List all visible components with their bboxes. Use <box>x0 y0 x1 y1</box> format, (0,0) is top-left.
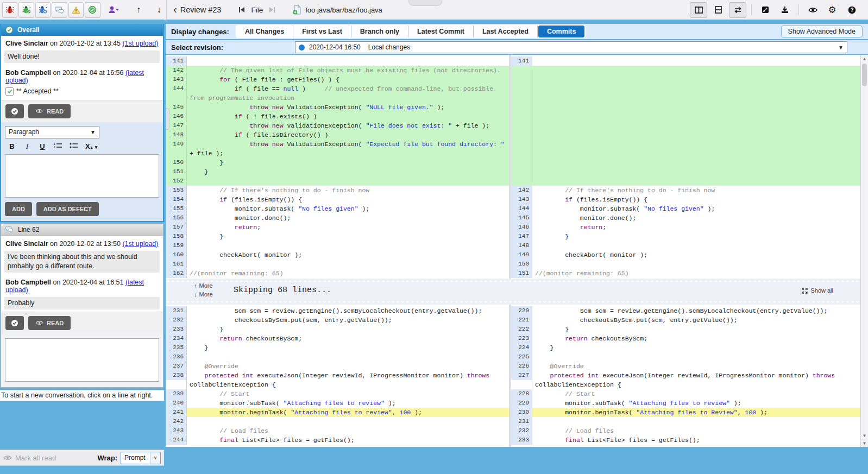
code-line[interactable]: 149 checkAbort( monitor ); <box>511 250 860 260</box>
help-icon[interactable]: ? <box>843 2 860 18</box>
code-line[interactable]: 155 monitor.subTask( "No files given" ); <box>166 204 509 213</box>
show-all-button[interactable]: Show all <box>802 287 833 294</box>
code-line[interactable]: 145 monitor.done(); <box>511 213 860 223</box>
code-line[interactable]: 229 monitor.subTask( "Attaching files to… <box>511 399 860 408</box>
code-line[interactable]: 142 // If there's nothing to do - finish… <box>511 186 860 195</box>
defect-new-icon[interactable] <box>35 2 51 18</box>
scroll-up-icon[interactable]: ▲ <box>861 55 868 62</box>
code-line[interactable]: 222 } <box>511 325 860 334</box>
tab-branch-only[interactable]: Branch only <box>351 26 408 37</box>
margin-marker[interactable] <box>166 108 169 130</box>
user-menu-icon[interactable] <box>106 3 121 17</box>
add-as-defect-button[interactable]: ADD AS DEFECT <box>36 202 99 216</box>
code-line[interactable]: 241 monitor.beginTask( "Attaching files … <box>166 408 509 417</box>
bullet-list-icon[interactable] <box>70 142 78 150</box>
read-button[interactable]: READ <box>28 316 71 330</box>
code-line[interactable]: 237 @Override <box>166 362 509 371</box>
code-line[interactable]: 159 <box>166 241 509 250</box>
unified-view-icon[interactable] <box>709 2 727 18</box>
code-line[interactable]: 149 throw new ValidationException( "Expe… <box>166 140 509 158</box>
vertical-scrollbar[interactable]: ▲ ▼ ▼ <box>860 55 868 447</box>
code-line[interactable]: 143 for ( File file : getFiles() ) { <box>166 75 509 84</box>
next-arrow-icon[interactable]: ↓ <box>152 3 166 17</box>
bold-icon[interactable]: B <box>8 142 16 150</box>
paragraph-style-select[interactable]: Paragraph ▼ <box>5 126 99 138</box>
code-line[interactable]: 221 checkoutsByScm.put(scm, entry.getVal… <box>511 315 860 325</box>
code-line[interactable]: 161 <box>166 260 509 269</box>
code-line[interactable]: 151 } <box>166 167 509 176</box>
defect-accepted-icon[interactable] <box>18 2 34 18</box>
code-line[interactable]: 144 if ( file == null ) // unexpected fr… <box>166 84 509 103</box>
overall-panel-header[interactable]: Overall <box>1 24 163 36</box>
code-line[interactable]: 160 checkAbort( monitor ); <box>166 250 509 260</box>
current-file[interactable]: foo java/bar/baz/foo.java <box>293 5 382 15</box>
approve-icon[interactable] <box>85 2 100 18</box>
code-line[interactable]: 238 protected int executeJson(Integer re… <box>166 371 509 389</box>
code-line[interactable]: 141 <box>511 56 860 66</box>
code-line[interactable]: 148 if ( file.isDirectory() ) <box>166 130 509 140</box>
code-line[interactable]: 235 } <box>166 343 509 352</box>
preview-eye-icon[interactable] <box>804 2 821 18</box>
code-line[interactable]: 156 monitor.done(); <box>166 213 509 223</box>
collapse-handle[interactable] <box>408 0 442 6</box>
first-file-icon[interactable] <box>238 7 246 13</box>
back-chevron-icon[interactable]: ‹ <box>173 4 177 15</box>
subscript-icon[interactable]: X₁ ▾ <box>85 142 97 150</box>
code-line[interactable]: 234 return checkoutsByScm; <box>166 334 509 343</box>
scroll-down-icon[interactable]: ▼ <box>861 432 868 439</box>
more-down-button[interactable]: ↓More <box>194 291 213 298</box>
overall-comment-input[interactable] <box>5 154 159 198</box>
line62-panel-header[interactable]: Line 62 <box>1 224 163 236</box>
revision-select[interactable]: 2020-12-04 16:50 Local changes ▼ <box>295 41 847 53</box>
code-line[interactable]: 148 <box>511 241 860 250</box>
code-line[interactable]: 228 // Start <box>511 389 860 399</box>
code-line[interactable]: 141 <box>166 56 509 66</box>
tab-all-changes[interactable]: All Changes <box>236 26 293 37</box>
code-line[interactable]: 150 } <box>166 158 509 167</box>
accepted-checkbox-icon[interactable] <box>5 87 14 96</box>
code-line[interactable]: 233 } <box>166 325 509 334</box>
comments-icon[interactable] <box>52 2 67 18</box>
settings-gear-icon[interactable]: ⚙ <box>823 2 841 18</box>
code-line[interactable]: 157 return; <box>166 223 509 232</box>
mark-all-read-button[interactable]: Mark all read <box>3 454 56 462</box>
code-line[interactable]: 244 final List<File> files = getFiles(); <box>166 435 509 445</box>
code-line[interactable]: 230 monitor.beginTask( "Attaching files … <box>511 408 860 417</box>
code-line[interactable]: 147 throw new ValidationException( "File… <box>166 121 509 130</box>
code-line[interactable]: 232 // Load files <box>511 426 860 435</box>
code-line[interactable]: 147 } <box>511 232 860 241</box>
italic-icon[interactable]: I <box>23 142 31 151</box>
code-line[interactable]: 220 Scm scm = review.getEngine().scmByLo… <box>511 306 860 315</box>
show-advanced-mode-button[interactable]: Show Advanced Mode <box>781 26 863 37</box>
code-line[interactable]: 223 return checkoutsByScm; <box>511 334 860 343</box>
code-line[interactable]: 224 } <box>511 343 860 352</box>
tab-latest-commit[interactable]: Latest Commit <box>408 26 474 37</box>
upload-link[interactable]: (1st upload) <box>122 40 158 47</box>
code-line[interactable]: 162//(monitor remaining: 65) <box>166 269 509 278</box>
tab-commits[interactable]: Commits <box>538 26 584 37</box>
code-line[interactable]: 226 @Override <box>511 362 860 371</box>
code-line[interactable]: 153 // If there's nothing to do - finish… <box>166 186 509 195</box>
code-line[interactable]: 239 // Start <box>166 389 509 399</box>
code-line[interactable]: 143 if (files.isEmpty()) { <box>511 195 860 204</box>
line62-comment-input[interactable] <box>5 338 159 382</box>
scroll-down-icon[interactable]: ▼ <box>861 439 868 447</box>
code-line[interactable]: 144 monitor.subTask( "No files given" ); <box>511 204 860 213</box>
code-line[interactable]: 158 } <box>166 232 509 241</box>
code-line[interactable]: 146 return; <box>511 223 860 232</box>
code-line[interactable]: 145 throw new ValidationException( "NULL… <box>166 103 509 112</box>
ordered-list-icon[interactable]: 12 <box>54 142 62 150</box>
warning-icon[interactable] <box>68 2 84 18</box>
code-gap[interactable] <box>511 66 860 186</box>
last-file-icon[interactable] <box>268 7 275 13</box>
code-line[interactable]: 151//(monitor remaining: 65) <box>511 269 860 278</box>
code-line[interactable]: 231 <box>511 417 860 426</box>
code-line[interactable]: 152 <box>166 176 509 186</box>
more-up-button[interactable]: ↑More <box>194 282 213 289</box>
swap-panes-icon[interactable] <box>729 2 746 18</box>
code-line[interactable]: 142 // The given list of File objects mu… <box>166 66 509 75</box>
upload-link[interactable]: (1st upload) <box>122 240 158 248</box>
code-line[interactable]: 242 <box>166 417 509 426</box>
code-line[interactable]: 227 protected int executeJson(Integer re… <box>511 371 860 389</box>
code-line[interactable]: 232 checkoutsByScm.put(scm, entry.getVal… <box>166 315 509 325</box>
